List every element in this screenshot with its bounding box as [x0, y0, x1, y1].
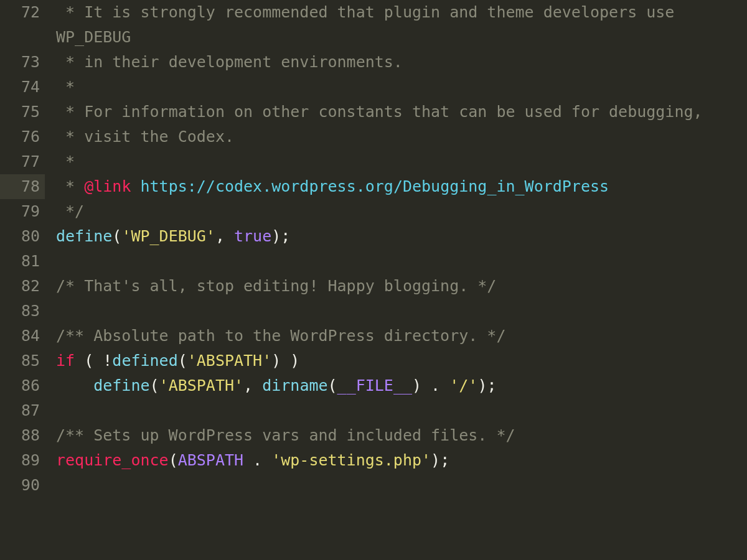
code-content[interactable]: * @link https://codex.wordpress.org/Debu…	[45, 174, 747, 199]
code-line[interactable]: 87	[0, 398, 747, 423]
code-content[interactable]: if ( !defined('ABSPATH') )	[45, 348, 747, 373]
line-number: 89	[0, 448, 45, 473]
token: /** Sets up WordPress vars and included …	[56, 426, 515, 444]
token: */	[56, 202, 84, 220]
code-line[interactable]: 76 * visit the Codex.	[0, 124, 747, 149]
code-line[interactable]: 81	[0, 249, 747, 274]
token: .	[243, 451, 271, 469]
line-number: 78	[0, 174, 45, 199]
code-content[interactable]: /** Sets up WordPress vars and included …	[45, 423, 747, 448]
code-editor[interactable]: 72 * It is strongly recommended that plu…	[0, 0, 747, 560]
token: define	[56, 227, 112, 245]
code-content[interactable]: * visit the Codex.	[45, 124, 747, 149]
line-number: 87	[0, 398, 45, 423]
token: https://codex.wordpress.org/Debugging_in…	[141, 177, 609, 195]
line-number: 74	[0, 75, 45, 100]
token: ) .	[412, 376, 449, 394]
line-number: 83	[0, 299, 45, 324]
token: true	[234, 227, 271, 245]
line-number: 88	[0, 423, 45, 448]
token: /* That's all, stop editing! Happy blogg…	[56, 277, 496, 295]
line-number: 80	[0, 224, 45, 249]
token: ( !	[75, 352, 112, 370]
code-content[interactable]: * For information on other constants tha…	[45, 100, 747, 124]
token: 'wp-settings.php'	[271, 451, 431, 469]
token: * For information on other constants tha…	[56, 103, 703, 121]
code-line[interactable]: 82/* That's all, stop editing! Happy blo…	[0, 274, 747, 299]
token: * visit the Codex.	[56, 128, 234, 146]
code-line[interactable]: 86 define('ABSPATH', dirname(__FILE__) .…	[0, 373, 747, 398]
line-number: 73	[0, 50, 45, 75]
token: dirname	[262, 376, 327, 394]
token: *	[56, 78, 75, 96]
token: ,	[243, 376, 262, 394]
token: * It is strongly recommended that plugin…	[56, 3, 684, 46]
token	[56, 376, 93, 394]
code-line[interactable]: 72 * It is strongly recommended that plu…	[0, 0, 747, 50]
token: define	[93, 376, 149, 394]
token: (	[178, 352, 187, 370]
code-content[interactable]: /* That's all, stop editing! Happy blogg…	[45, 274, 747, 299]
token: (	[328, 376, 337, 394]
code-line[interactable]: 77 *	[0, 149, 747, 174]
token: ABSPATH	[178, 451, 243, 469]
code-line[interactable]: 90	[0, 473, 747, 498]
code-content[interactable]: define('WP_DEBUG', true);	[45, 224, 747, 249]
token: *	[56, 177, 84, 195]
token: @link	[84, 177, 131, 195]
code-content[interactable]: define('ABSPATH', dirname(__FILE__) . '/…	[45, 373, 747, 398]
code-content[interactable]: *	[45, 149, 747, 174]
line-number: 76	[0, 124, 45, 149]
token: );	[477, 376, 496, 394]
code-line[interactable]: 89require_once(ABSPATH . 'wp-settings.ph…	[0, 448, 747, 473]
token: *	[56, 152, 75, 170]
token: '/'	[449, 376, 477, 394]
line-number: 77	[0, 149, 45, 174]
token: );	[431, 451, 449, 469]
line-number: 75	[0, 100, 45, 124]
code-line[interactable]: 79 */	[0, 199, 747, 224]
token: defined	[112, 352, 177, 370]
token: 'WP_DEBUG'	[121, 227, 215, 245]
code-content[interactable]: * It is strongly recommended that plugin…	[45, 0, 747, 50]
code-content[interactable]: require_once(ABSPATH . 'wp-settings.php'…	[45, 448, 747, 473]
code-content[interactable]: *	[45, 75, 747, 100]
token: /** Absolute path to the WordPress direc…	[56, 327, 505, 345]
token: ) )	[271, 352, 299, 370]
token: 'ABSPATH'	[187, 352, 271, 370]
line-number: 81	[0, 249, 45, 274]
line-number: 86	[0, 373, 45, 398]
token: 'ABSPATH'	[159, 376, 243, 394]
token: * in their development environments.	[56, 53, 403, 71]
line-number: 85	[0, 348, 45, 373]
token: (	[150, 376, 159, 394]
line-number: 79	[0, 199, 45, 224]
code-content[interactable]: */	[45, 199, 747, 224]
token: require_once	[56, 451, 169, 469]
code-line[interactable]: 73 * in their development environments.	[0, 50, 747, 75]
code-line[interactable]: 80define('WP_DEBUG', true);	[0, 224, 747, 249]
token: ,	[215, 227, 234, 245]
code-line[interactable]: 85if ( !defined('ABSPATH') )	[0, 348, 747, 373]
code-content[interactable]: * in their development environments.	[45, 50, 747, 75]
token: (	[169, 451, 178, 469]
code-line[interactable]: 75 * For information on other constants …	[0, 100, 747, 124]
token: __FILE__	[337, 376, 412, 394]
line-number: 84	[0, 324, 45, 348]
line-number: 90	[0, 473, 45, 498]
token	[131, 177, 140, 195]
code-line[interactable]: 88/** Sets up WordPress vars and include…	[0, 423, 747, 448]
code-line[interactable]: 78 * @link https://codex.wordpress.org/D…	[0, 174, 747, 199]
line-number: 82	[0, 274, 45, 299]
code-line[interactable]: 74 *	[0, 75, 747, 100]
token: (	[112, 227, 121, 245]
code-content[interactable]: /** Absolute path to the WordPress direc…	[45, 324, 747, 348]
code-line[interactable]: 83	[0, 299, 747, 324]
token: );	[271, 227, 290, 245]
line-number: 72	[0, 0, 45, 25]
token: if	[56, 352, 75, 370]
code-line[interactable]: 84/** Absolute path to the WordPress dir…	[0, 324, 747, 348]
